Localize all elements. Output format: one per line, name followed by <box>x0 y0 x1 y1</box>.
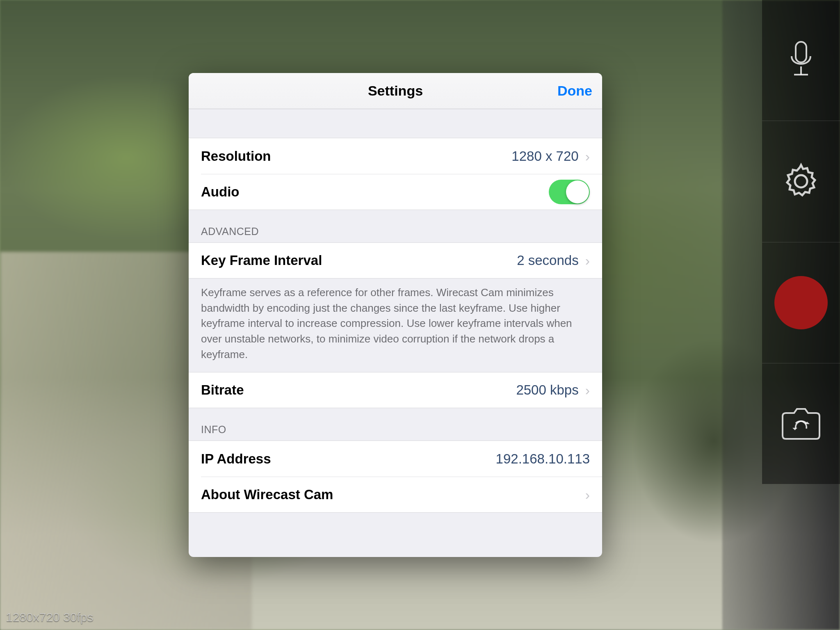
modal-header: Settings Done <box>189 73 602 109</box>
bitrate-row[interactable]: Bitrate 2500 kbps › <box>189 372 602 408</box>
about-row[interactable]: About Wirecast Cam › <box>189 477 602 513</box>
toggle-knob <box>566 180 589 203</box>
settings-button[interactable] <box>762 121 840 242</box>
svg-point-3 <box>795 175 807 187</box>
record-icon <box>774 276 828 329</box>
keyframe-value: 2 seconds <box>517 253 578 268</box>
modal-title: Settings <box>368 83 423 99</box>
resolution-label: Resolution <box>201 148 271 164</box>
done-button[interactable]: Done <box>557 83 592 99</box>
ip-label: IP Address <box>201 451 271 467</box>
advanced-section-header: ADVANCED <box>189 210 602 242</box>
chevron-right-icon: › <box>585 253 590 267</box>
camera-controls-sidebar <box>762 0 840 484</box>
settings-modal: Settings Done Resolution 1280 x 720 › Au… <box>189 73 602 557</box>
microphone-button[interactable] <box>762 0 840 121</box>
switch-camera-icon <box>778 406 824 441</box>
bitrate-value: 2500 kbps <box>516 382 578 398</box>
record-button[interactable] <box>762 242 840 363</box>
chevron-right-icon: › <box>585 488 590 502</box>
chevron-right-icon: › <box>585 149 590 163</box>
info-section-header: INFO <box>189 408 602 441</box>
switch-camera-button[interactable] <box>762 363 840 484</box>
svg-rect-0 <box>796 42 806 62</box>
audio-toggle[interactable] <box>549 180 590 204</box>
svg-marker-5 <box>792 428 797 430</box>
resolution-value: 1280 x 720 <box>511 148 578 164</box>
audio-label: Audio <box>201 184 239 200</box>
audio-row: Audio <box>189 174 602 210</box>
about-label: About Wirecast Cam <box>201 487 333 502</box>
resolution-row[interactable]: Resolution 1280 x 720 › <box>189 138 602 174</box>
ip-value: 192.168.10.113 <box>496 451 590 467</box>
ip-address-row: IP Address 192.168.10.113 <box>189 441 602 477</box>
keyframe-description: Keyframe serves as a reference for other… <box>189 278 602 372</box>
bitrate-label: Bitrate <box>201 382 244 398</box>
keyframe-row[interactable]: Key Frame Interval 2 seconds › <box>189 242 602 278</box>
chevron-right-icon: › <box>585 383 590 397</box>
resolution-fps-overlay: 1280x720 30fps <box>6 610 94 624</box>
keyframe-label: Key Frame Interval <box>201 253 322 268</box>
microphone-icon <box>787 40 815 81</box>
gear-icon <box>781 161 822 202</box>
